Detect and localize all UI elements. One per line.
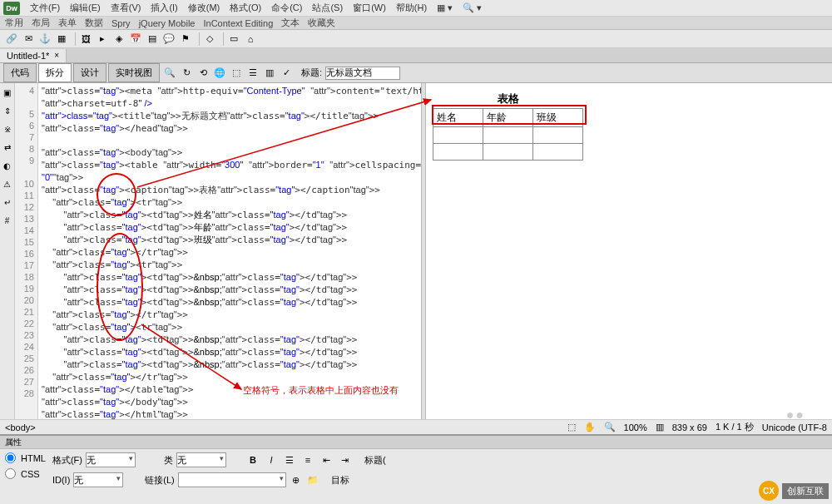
separator — [75, 32, 76, 46]
outdent-icon[interactable]: ⇤ — [319, 453, 333, 467]
cat-favs[interactable]: 收藏夹 — [308, 17, 335, 29]
status-hand-icon[interactable]: ✋ — [584, 422, 596, 432]
cat-text[interactable]: 文本 — [281, 17, 300, 29]
tb-script-icon[interactable]: ◇ — [203, 32, 216, 46]
menu-modify[interactable]: 修改(M) — [188, 2, 220, 14]
table-row[interactable] — [433, 144, 583, 161]
props-css-radio[interactable] — [5, 468, 16, 479]
table-row[interactable] — [433, 127, 583, 144]
props-link-label: 链接(L) — [145, 474, 174, 487]
cat-data[interactable]: 数据 — [85, 17, 103, 29]
tb-anchor-icon[interactable]: ⚓ — [38, 32, 52, 46]
view-split[interactable]: 拆分 — [38, 63, 72, 82]
title-input[interactable] — [325, 67, 400, 80]
view-validate-icon[interactable]: ⬚ — [230, 67, 243, 80]
view-inspect-icon[interactable]: 🔍 — [163, 67, 176, 80]
view-design[interactable]: 设计 — [73, 63, 106, 82]
props-format-label: 格式(F) — [52, 454, 82, 467]
view-options-icon[interactable]: ☰ — [246, 67, 260, 80]
doc-tab-close-icon[interactable]: × — [54, 51, 59, 60]
view-ruler-icon[interactable]: ▥ — [263, 67, 276, 80]
workspace: ▣ ⇕ ※ ⇄ ◐ ⚠ ↵ # 4 56789 1011121314151617… — [0, 83, 832, 419]
menu-layout-dd[interactable]: ▦ ▾ — [437, 2, 453, 13]
separator — [199, 32, 200, 46]
menu-window[interactable]: 窗口(W) — [353, 2, 386, 14]
lt-error-icon[interactable]: ⚠ — [2, 178, 13, 190]
tb-server-icon[interactable]: ▤ — [146, 32, 159, 46]
props-format-select[interactable]: 无 — [86, 452, 136, 467]
props-target-label: 目标 — [331, 474, 349, 487]
props-html-radio[interactable] — [5, 452, 16, 463]
lt-wrap-icon[interactable]: ↵ — [2, 196, 13, 208]
tb-image-icon[interactable]: 🖼 — [79, 32, 92, 46]
tb-template-icon[interactable]: ▭ — [227, 32, 240, 46]
view-guides-icon[interactable]: ✓ — [280, 67, 293, 80]
doc-tab[interactable]: Untitled-1* × — [0, 49, 67, 62]
status-zoom[interactable]: 100% — [624, 422, 647, 432]
menu-site[interactable]: 站点(S) — [312, 2, 343, 14]
view-code[interactable]: 代码 — [3, 63, 37, 82]
cat-ice[interactable]: InContext Editing — [203, 18, 273, 28]
status-dimensions: 839 x 69 — [672, 422, 707, 432]
menu-view[interactable]: 查看(V) — [111, 2, 141, 14]
preview-header-highlight — [432, 105, 587, 125]
ul-icon[interactable]: ☰ — [283, 453, 296, 467]
tb-widget-icon[interactable]: ◈ — [112, 32, 126, 46]
link-browse-icon[interactable]: ⊕ — [290, 473, 303, 487]
view-live[interactable]: 实时视图 — [108, 63, 160, 82]
status-view-icon[interactable]: ▥ — [656, 422, 664, 432]
tb-head-icon[interactable]: ⚑ — [179, 32, 192, 46]
tb-comment-icon[interactable]: 💬 — [162, 32, 176, 46]
menu-search-dd[interactable]: 🔍 ▾ — [463, 2, 482, 13]
props-class-label: 类 — [164, 454, 173, 467]
view-globe-icon[interactable]: 🌐 — [213, 67, 226, 80]
indent-icon[interactable]: ⇥ — [338, 453, 351, 467]
bold-icon[interactable]: B — [246, 453, 260, 467]
doc-tab-title: Untitled-1* — [7, 51, 49, 61]
menu-format[interactable]: 格式(O) — [230, 2, 261, 14]
tb-tag-icon[interactable]: ⌂ — [244, 32, 257, 46]
menu-bar: Dw 文件(F) 编辑(E) 查看(V) 插入(I) 修改(M) 格式(O) 命… — [0, 0, 832, 17]
cat-jqm[interactable]: jQuery Mobile — [139, 18, 196, 28]
cat-spry[interactable]: Spry — [111, 18, 131, 28]
lt-numbers-icon[interactable]: # — [2, 215, 13, 226]
italic-icon[interactable]: I — [265, 453, 278, 467]
lt-highlight-icon[interactable]: ◐ — [2, 160, 13, 171]
tb-date-icon[interactable]: 📅 — [129, 32, 142, 46]
status-pointer-icon[interactable]: ⬚ — [567, 422, 576, 432]
status-size: 1 K / 1 秒 — [716, 421, 754, 433]
lt-balance-icon[interactable]: ⇄ — [2, 141, 13, 153]
code-editor[interactable]: "attr">class="tag"><meta "attr">http-equ… — [38, 83, 421, 419]
menu-commands[interactable]: 命令(C) — [271, 2, 302, 14]
tag-selector[interactable]: <body> — [5, 422, 36, 432]
cat-forms[interactable]: 表单 — [58, 17, 77, 29]
annotation-text: 空格符号，表示表格中上面内容也没有 — [243, 384, 399, 396]
lt-open-icon[interactable]: ▣ — [2, 86, 13, 98]
lt-collapse-icon[interactable]: ⇕ — [2, 105, 13, 116]
tb-table-icon[interactable]: ▦ — [55, 32, 68, 46]
view-refresh-icon[interactable]: ↻ — [180, 67, 193, 80]
cat-common[interactable]: 常用 — [5, 17, 23, 29]
tb-email-icon[interactable]: ✉ — [22, 32, 35, 46]
menu-insert[interactable]: 插入(I) — [151, 2, 177, 14]
preview-table[interactable]: 表格 姓名 年龄 班级 — [433, 90, 583, 161]
props-class-select[interactable]: 无 — [176, 452, 226, 467]
app-logo: Dw — [3, 2, 20, 15]
properties-header[interactable]: 属性 — [0, 436, 832, 449]
preview-area[interactable]: 表格 姓名 年龄 班级 — [426, 83, 832, 419]
props-link-select[interactable] — [178, 472, 286, 487]
link-folder-icon[interactable]: 📁 — [306, 473, 319, 487]
menu-help[interactable]: 帮助(H) — [396, 2, 427, 14]
tb-media-icon[interactable]: ▸ — [96, 32, 109, 46]
menu-file[interactable]: 文件(F) — [30, 2, 60, 14]
cat-layout[interactable]: 布局 — [32, 17, 50, 29]
line-number-gutter: 4 56789 10111213141516171819202122232425… — [15, 83, 38, 419]
ol-icon[interactable]: ≡ — [301, 453, 314, 467]
props-id-select[interactable]: 无 — [73, 472, 123, 487]
code-side-toolbar: ▣ ⇕ ※ ⇄ ◐ ⚠ ↵ # — [0, 83, 15, 419]
lt-select-icon[interactable]: ※ — [2, 123, 13, 135]
status-zoom-icon[interactable]: 🔍 — [604, 422, 616, 432]
tb-link-icon[interactable]: 🔗 — [5, 32, 18, 46]
menu-edit[interactable]: 编辑(E) — [70, 2, 101, 14]
view-nav-icon[interactable]: ⟲ — [196, 67, 210, 80]
